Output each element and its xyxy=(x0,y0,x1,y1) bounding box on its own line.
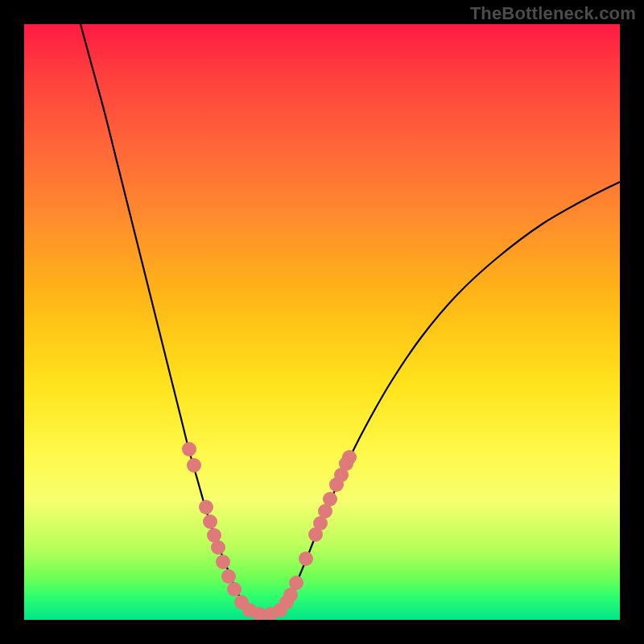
marker-dot xyxy=(342,450,357,464)
marker-dot xyxy=(203,514,217,529)
marker-group xyxy=(182,442,357,620)
marker-dot xyxy=(289,576,303,590)
marker-dot xyxy=(211,540,225,555)
marker-dot xyxy=(323,492,337,506)
marker-dot xyxy=(221,569,236,584)
marker-dot xyxy=(227,582,242,597)
watermark-text: TheBottleneck.com xyxy=(470,3,636,24)
marker-dot xyxy=(182,442,196,456)
marker-dot xyxy=(199,500,213,514)
chart-plot-area xyxy=(24,24,620,620)
marker-dot xyxy=(187,458,201,473)
marker-dot xyxy=(299,551,313,566)
chart-svg xyxy=(24,24,620,620)
chart-frame: TheBottleneck.com xyxy=(0,0,644,644)
curve-group xyxy=(80,24,620,616)
bottleneck-curve xyxy=(80,24,620,616)
marker-dot xyxy=(216,555,230,569)
